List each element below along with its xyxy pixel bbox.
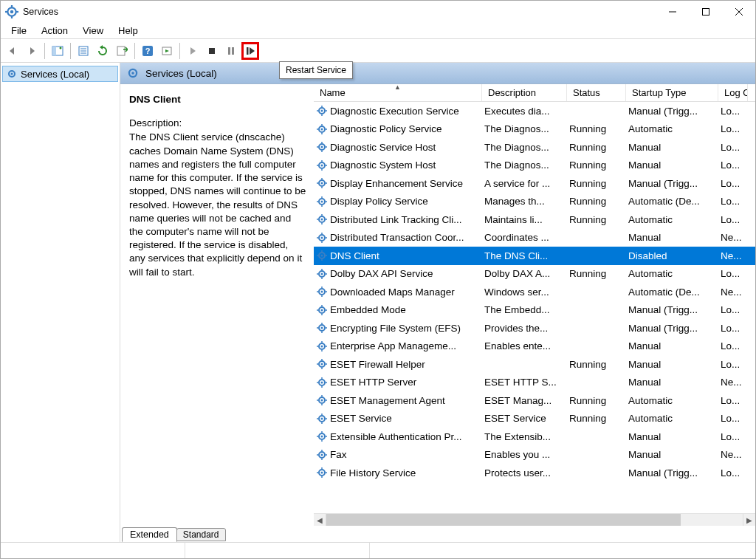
svg-rect-21 [209, 48, 215, 54]
cell-status: Running [567, 413, 626, 424]
list-body[interactable]: Diagnostic Execution ServiceExecutes dia… [314, 102, 755, 513]
table-row[interactable]: File History ServiceProtects user...Manu… [314, 464, 755, 482]
cell-desc: ESET Service [482, 413, 567, 424]
show-hide-tree-button[interactable] [49, 42, 66, 60]
tab-standard[interactable]: Standard [176, 528, 226, 541]
svg-text:?: ? [145, 47, 151, 55]
forward-button[interactable] [23, 42, 41, 60]
menu-view[interactable]: View [75, 24, 111, 38]
cell-logon: Lo... [718, 431, 748, 442]
cell-startup: Manual [626, 449, 718, 460]
horizontal-scrollbar[interactable]: ◀ ▶ [314, 513, 755, 526]
cell-startup: Manual (Trigg... [626, 467, 718, 479]
column-description[interactable]: Description [482, 84, 567, 101]
detail-pane: DNS Client Description: The DNS Client s… [120, 84, 314, 526]
export-button[interactable] [113, 42, 131, 60]
scroll-left-icon[interactable]: ◀ [314, 514, 326, 526]
cell-name: Display Enhancement Service [314, 177, 482, 189]
table-row[interactable]: ESET ServiceESET ServiceRunningAutomatic… [314, 410, 755, 428]
cell-name: Fax [314, 449, 482, 461]
column-status[interactable]: Status [567, 84, 626, 101]
table-row[interactable]: Diagnostic Execution ServiceExecutes dia… [314, 102, 755, 120]
table-row[interactable]: Display Enhancement ServiceA service for… [314, 174, 755, 193]
table-row[interactable]: Diagnostic Policy ServiceThe Diagnos...R… [314, 120, 755, 139]
scroll-right-icon[interactable]: ▶ [743, 514, 755, 526]
svg-point-84 [321, 272, 323, 275]
scrollbar-thumb[interactable] [326, 514, 681, 526]
tree-pane: Services (Local) [1, 63, 120, 542]
list-header: Name▲ Description Status Startup Type Lo… [314, 84, 755, 102]
column-startup[interactable]: Startup Type [626, 84, 718, 101]
maximize-button[interactable] [689, 1, 722, 23]
tree-item-services-local[interactable]: Services (Local) [2, 66, 118, 82]
detail-desc-label: Description: [129, 117, 306, 130]
properties-button[interactable] [75, 42, 92, 60]
cell-name: Enterprise App Manageme... [314, 340, 482, 352]
cell-startup: Automatic (De... [626, 287, 718, 298]
table-row[interactable]: ESET Management AgentESET Manag...Runnin… [314, 391, 755, 410]
start-service-button[interactable] [184, 42, 202, 60]
close-button[interactable] [722, 1, 755, 23]
table-row[interactable]: Distributed Transaction Coor...Coordinat… [314, 229, 755, 247]
tab-strip: Extended Standard [120, 526, 755, 542]
table-row[interactable]: ESET Firewall HelperRunningManualLo... [314, 355, 755, 374]
refresh-button[interactable] [94, 42, 111, 60]
cell-logon: Lo... [718, 467, 748, 479]
table-row[interactable]: Diagnostic Service HostThe Diagnos...Run… [314, 138, 755, 157]
cell-desc: Protects user... [482, 467, 567, 479]
cell-desc: Windows ser... [482, 287, 567, 298]
svg-point-42 [321, 146, 323, 148]
stop-service-button[interactable] [203, 42, 221, 60]
table-row[interactable]: Encrypting File System (EFS)Provides the… [314, 319, 755, 337]
table-row[interactable]: Enterprise App Manageme...Enables ente..… [314, 337, 755, 356]
cell-status: Running [567, 196, 626, 207]
pause-service-button[interactable] [222, 42, 240, 60]
services-app-icon [5, 5, 18, 18]
table-row[interactable]: Embedded ModeThe Embedd...Manual (Trigg.… [314, 301, 755, 320]
cell-startup: Manual [626, 431, 718, 442]
cell-desc: The Embedd... [482, 304, 567, 315]
minimize-button[interactable] [656, 1, 689, 23]
column-name[interactable]: Name▲ [314, 84, 482, 101]
cell-logon: Ne... [718, 232, 748, 243]
svg-rect-23 [232, 47, 234, 55]
table-row[interactable]: DNS ClientThe DNS Cli...DisabledNe... [314, 247, 755, 265]
menu-file[interactable]: File [4, 24, 34, 38]
menu-action[interactable]: Action [34, 24, 75, 38]
cell-logon: Lo... [718, 413, 748, 424]
cell-startup: Manual [626, 232, 718, 243]
help-button[interactable]: ? [139, 42, 157, 60]
back-button[interactable] [4, 42, 21, 60]
column-logon[interactable]: Log On As [718, 84, 748, 101]
svg-rect-22 [228, 47, 230, 55]
cell-desc: ESET Manag... [482, 395, 567, 406]
table-row[interactable]: Display Policy ServiceManages th...Runni… [314, 193, 755, 211]
table-row[interactable]: Distributed Link Tracking Cli...Maintain… [314, 210, 755, 229]
table-row[interactable]: FaxEnables you ...ManualNe... [314, 446, 755, 464]
cell-name: ESET HTTP Server [314, 377, 482, 388]
table-row[interactable]: Downloaded Maps ManagerWindows ser...Aut… [314, 283, 755, 301]
cell-startup: Manual [626, 160, 718, 171]
menubar: File Action View Help [1, 23, 755, 39]
statusbar [1, 542, 755, 558]
svg-point-126 [321, 399, 323, 402]
table-row[interactable]: ESET HTTP ServerESET HTTP S...ManualNe..… [314, 374, 755, 392]
cell-desc: Maintains li... [482, 214, 567, 225]
menu-help[interactable]: Help [111, 24, 145, 38]
cell-name: Diagnostic Service Host [314, 141, 482, 153]
svg-point-144 [321, 453, 323, 456]
cell-desc: The Extensib... [482, 431, 567, 442]
cell-name: DNS Client [314, 250, 482, 261]
cell-startup: Manual (Trigg... [626, 106, 718, 117]
tab-extended[interactable]: Extended [122, 527, 177, 542]
table-row[interactable]: Diagnostic System HostThe Diagnos...Runn… [314, 157, 755, 175]
cell-logon: Ne... [718, 287, 748, 298]
restart-service-button[interactable] [241, 42, 259, 60]
table-row[interactable]: Extensible Authentication Pr...The Exten… [314, 428, 755, 446]
cell-logon: Lo... [718, 142, 748, 153]
svg-point-1 [10, 10, 14, 14]
action-button[interactable] [158, 42, 176, 60]
cell-logon: Lo... [718, 323, 748, 334]
table-row[interactable]: Dolby DAX API ServiceDolby DAX A...Runni… [314, 265, 755, 284]
cell-name: Extensible Authentication Pr... [314, 431, 482, 442]
